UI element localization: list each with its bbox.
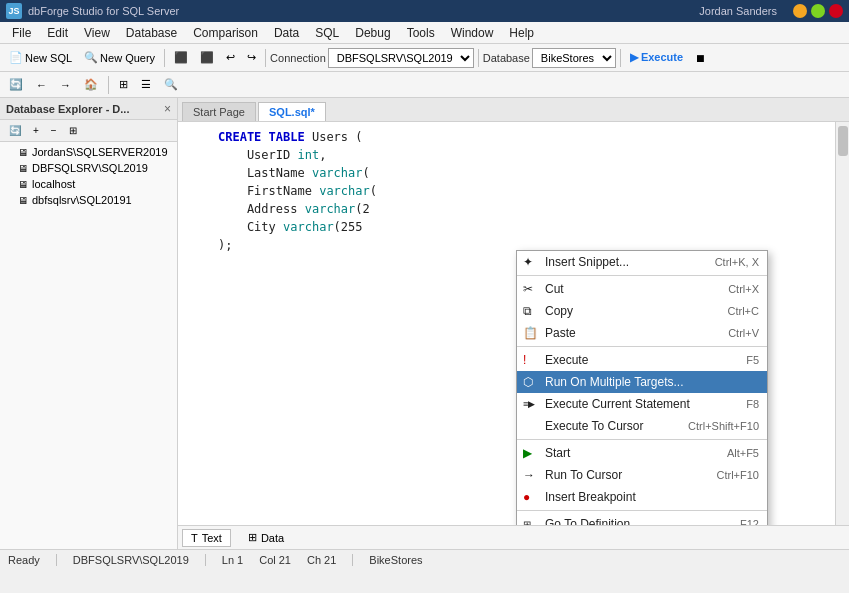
status-sep-2 (205, 554, 206, 566)
tab-sql[interactable]: SQL.sql* (258, 102, 326, 121)
menu-database[interactable]: Database (118, 24, 185, 42)
menu-comparison[interactable]: Comparison (185, 24, 266, 42)
tab-start-page[interactable]: Start Page (182, 102, 256, 121)
data-icon: ⊞ (248, 531, 257, 544)
status-server: DBFSQLSRV\SQL2019 (73, 554, 189, 566)
execute-button[interactable]: ▶ Execute (625, 48, 688, 67)
data-label: Data (261, 532, 284, 544)
cm-insert-breakpoint[interactable]: ● Insert Breakpoint (517, 486, 767, 508)
run-multiple-icon: ⬡ (523, 375, 533, 389)
cm-copy-label: Copy (545, 304, 573, 318)
main-area: Database Explorer - D... × 🔄 + − ⊞ 🖥 Jor… (0, 98, 849, 549)
db-filter-btn[interactable]: ⊞ (64, 122, 82, 139)
db-explorer-header: Database Explorer - D... × (0, 98, 177, 120)
home-btn[interactable]: 🏠 (79, 75, 103, 94)
cm-run-cursor[interactable]: → Run To Cursor Ctrl+F10 (517, 464, 767, 486)
close-button[interactable] (829, 4, 843, 18)
menu-window[interactable]: Window (443, 24, 502, 42)
cm-paste[interactable]: 📋 Paste Ctrl+V (517, 322, 767, 344)
cm-execute-cursor[interactable]: Execute To Cursor Ctrl+Shift+F10 (517, 415, 767, 437)
tab-data[interactable]: ⊞ Data (239, 528, 293, 547)
cm-go-definition[interactable]: ⊞ Go To Definition F12 (517, 513, 767, 525)
cm-go-definition-shortcut: F12 (740, 518, 759, 525)
cm-execute-cursor-label: Execute To Cursor (545, 419, 644, 433)
tree-item-dbfsqlsrv[interactable]: 🖥 dbfsqlsrv\SQL20191 (14, 192, 175, 208)
menu-file[interactable]: File (4, 24, 39, 42)
menu-tools[interactable]: Tools (399, 24, 443, 42)
bottom-panel: T Text ⊞ Data (178, 525, 849, 549)
cm-sep-3 (517, 439, 767, 440)
editor-content[interactable]: CREATE TABLE Users ( UserID int, LastNam… (178, 122, 849, 525)
cm-start-shortcut: Alt+F5 (727, 447, 759, 459)
cm-execute-shortcut: F5 (746, 354, 759, 366)
db-add-btn[interactable]: + (28, 122, 44, 139)
zoom-btn[interactable]: 🔍 (159, 75, 183, 94)
minimize-button[interactable] (793, 4, 807, 18)
menu-edit[interactable]: Edit (39, 24, 76, 42)
cm-sep-2 (517, 346, 767, 347)
code-line-3: LastName varchar( (186, 164, 841, 182)
execute-current-icon: ≡▶ (523, 399, 535, 409)
list-btn[interactable]: ☰ (136, 75, 156, 94)
status-col: Col 21 (259, 554, 291, 566)
text-label: Text (202, 532, 222, 544)
tree-item-jordan[interactable]: 🖥 JordanS\SQLSERVER2019 (14, 144, 175, 160)
toolbar-main: 📄 New SQL 🔍 New Query ⬛ ⬛ ↩ ↪ Connection… (0, 44, 849, 72)
cm-paste-shortcut: Ctrl+V (728, 327, 759, 339)
new-query-button[interactable]: 🔍 New Query (79, 48, 160, 67)
cm-cut[interactable]: ✂ Cut Ctrl+X (517, 278, 767, 300)
cm-copy[interactable]: ⧉ Copy Ctrl+C (517, 300, 767, 322)
menu-help[interactable]: Help (501, 24, 542, 42)
grid-btn[interactable]: ⊞ (114, 75, 133, 94)
cm-execute[interactable]: ! Execute F5 (517, 349, 767, 371)
cm-sep-1 (517, 275, 767, 276)
cm-go-definition-label: Go To Definition (545, 517, 630, 525)
toolbar-btn-1[interactable]: ⬛ (169, 48, 193, 67)
cm-run-cursor-label: Run To Cursor (545, 468, 622, 482)
new-sql-icon: 📄 (9, 51, 23, 64)
code-line-1: CREATE TABLE Users ( (186, 128, 841, 146)
go-definition-icon: ⊞ (523, 519, 531, 526)
new-sql-button[interactable]: 📄 New SQL (4, 48, 77, 67)
cm-start[interactable]: ▶ Start Alt+F5 (517, 442, 767, 464)
menu-view[interactable]: View (76, 24, 118, 42)
sep2 (265, 49, 266, 67)
server-icon-3: 🖥 (18, 179, 28, 190)
status-ready: Ready (8, 554, 40, 566)
forward-btn[interactable]: → (55, 76, 76, 94)
tree-item-dbfsql[interactable]: 🖥 DBFSQLSRV\SQL2019 (14, 160, 175, 176)
tree-label-dbfsqlsrv: dbfsqlsrv\SQL20191 (32, 194, 132, 206)
cm-run-multiple[interactable]: ⬡ Run On Multiple Targets... (517, 371, 767, 393)
tree-item-localhost[interactable]: 🖥 localhost (14, 176, 175, 192)
menu-debug[interactable]: Debug (347, 24, 398, 42)
back-btn[interactable]: ← (31, 76, 52, 94)
code-editor[interactable]: CREATE TABLE Users ( UserID int, LastNam… (178, 122, 849, 260)
scrollbar-thumb[interactable] (838, 126, 848, 156)
cm-execute-cursor-shortcut: Ctrl+Shift+F10 (688, 420, 759, 432)
toolbar-btn-4[interactable]: ↪ (242, 48, 261, 67)
status-sep-1 (56, 554, 57, 566)
new-sql-label: New SQL (25, 52, 72, 64)
menu-data[interactable]: Data (266, 24, 307, 42)
database-combo[interactable]: BikeStores (532, 48, 616, 68)
db-remove-btn[interactable]: − (46, 122, 62, 139)
db-explorer-close[interactable]: × (164, 102, 171, 116)
cm-run-cursor-shortcut: Ctrl+F10 (717, 469, 760, 481)
connection-combo[interactable]: DBFSQLSRV\SQL2019 (328, 48, 474, 68)
status-database: BikeStores (369, 554, 422, 566)
user-name: Jordan Sanders (699, 5, 777, 17)
cm-insert-breakpoint-label: Insert Breakpoint (545, 490, 636, 504)
db-explorer-title: Database Explorer - D... (6, 103, 130, 115)
db-refresh-btn[interactable]: 🔄 (4, 122, 26, 139)
toolbar-btn-2[interactable]: ⬛ (195, 48, 219, 67)
copy-icon: ⧉ (523, 304, 532, 318)
scrollbar-vertical[interactable] (835, 122, 849, 525)
stop-button[interactable]: ⏹ (690, 49, 711, 67)
cm-insert-snippet[interactable]: ✦ Insert Snippet... Ctrl+K, X (517, 251, 767, 273)
maximize-button[interactable] (811, 4, 825, 18)
cm-execute-current[interactable]: ≡▶ Execute Current Statement F8 (517, 393, 767, 415)
menu-sql[interactable]: SQL (307, 24, 347, 42)
tab-text[interactable]: T Text (182, 529, 231, 547)
toolbar-btn-3[interactable]: ↩ (221, 48, 240, 67)
refresh-btn[interactable]: 🔄 (4, 75, 28, 94)
